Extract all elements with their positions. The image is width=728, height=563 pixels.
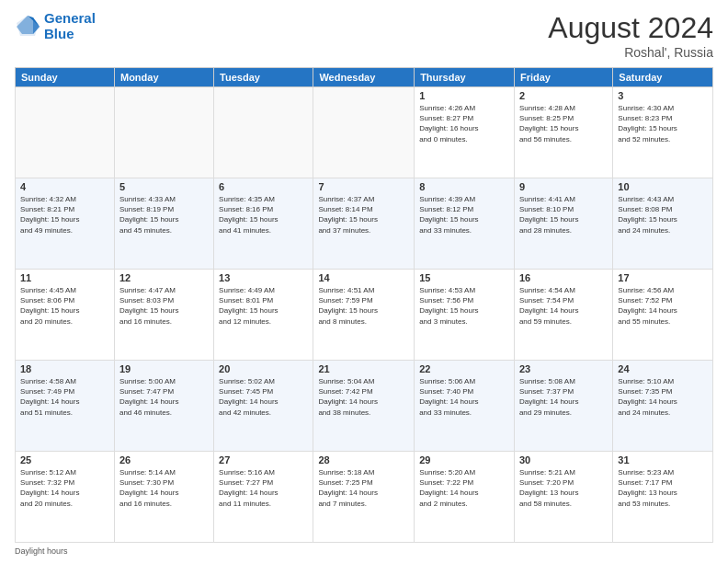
footer-note: Daylight hours (15, 546, 713, 556)
day-number: 10 (618, 181, 708, 192)
weekday-header-thursday: Thursday (415, 68, 515, 87)
day-info: Sunrise: 4:49 AM Sunset: 8:01 PM Dayligh… (219, 285, 308, 327)
calendar-cell: 7Sunrise: 4:37 AM Sunset: 8:14 PM Daylig… (313, 178, 415, 270)
calendar-cell: 6Sunrise: 4:35 AM Sunset: 8:16 PM Daylig… (214, 178, 313, 270)
day-number: 8 (419, 181, 509, 192)
weekday-header-monday: Monday (114, 68, 213, 87)
day-number: 2 (519, 90, 608, 101)
day-number: 7 (318, 181, 409, 192)
day-number: 12 (119, 272, 209, 283)
day-info: Sunrise: 4:47 AM Sunset: 8:03 PM Dayligh… (119, 285, 209, 327)
day-info: Sunrise: 4:39 AM Sunset: 8:12 PM Dayligh… (419, 194, 509, 236)
day-info: Sunrise: 4:37 AM Sunset: 8:14 PM Dayligh… (318, 194, 409, 236)
location-title: Roshal', Russia (548, 45, 713, 60)
day-number: 18 (20, 363, 109, 374)
title-block: August 2024 Roshal', Russia (548, 11, 713, 60)
day-number: 19 (119, 363, 209, 374)
day-number: 28 (318, 454, 409, 465)
calendar-cell (313, 87, 415, 178)
day-number: 14 (318, 272, 409, 283)
day-number: 26 (119, 454, 209, 465)
day-info: Sunrise: 5:04 AM Sunset: 7:42 PM Dayligh… (318, 376, 409, 418)
week-row-4: 18Sunrise: 4:58 AM Sunset: 7:49 PM Dayli… (16, 361, 713, 452)
calendar-cell: 1Sunrise: 4:26 AM Sunset: 8:27 PM Daylig… (415, 87, 515, 178)
day-info: Sunrise: 4:43 AM Sunset: 8:08 PM Dayligh… (618, 194, 708, 236)
day-info: Sunrise: 4:33 AM Sunset: 8:19 PM Dayligh… (119, 194, 209, 236)
day-info: Sunrise: 4:56 AM Sunset: 7:52 PM Dayligh… (618, 285, 708, 327)
weekday-header-friday: Friday (514, 68, 612, 87)
weekday-header-tuesday: Tuesday (214, 68, 313, 87)
week-row-5: 25Sunrise: 5:12 AM Sunset: 7:32 PM Dayli… (16, 452, 713, 543)
month-title: August 2024 (548, 11, 713, 45)
calendar-cell: 16Sunrise: 4:54 AM Sunset: 7:54 PM Dayli… (514, 270, 612, 361)
day-info: Sunrise: 4:45 AM Sunset: 8:06 PM Dayligh… (20, 285, 109, 327)
day-info: Sunrise: 5:00 AM Sunset: 7:47 PM Dayligh… (119, 376, 209, 418)
footer-label: Daylight hours (15, 546, 68, 556)
calendar-cell: 3Sunrise: 4:30 AM Sunset: 8:23 PM Daylig… (613, 87, 713, 178)
calendar-cell: 8Sunrise: 4:39 AM Sunset: 8:12 PM Daylig… (415, 178, 515, 270)
week-row-1: 1Sunrise: 4:26 AM Sunset: 8:27 PM Daylig… (16, 87, 713, 178)
calendar-cell (114, 87, 213, 178)
day-info: Sunrise: 4:35 AM Sunset: 8:16 PM Dayligh… (219, 194, 308, 236)
calendar-cell: 18Sunrise: 4:58 AM Sunset: 7:49 PM Dayli… (16, 361, 115, 452)
week-row-3: 11Sunrise: 4:45 AM Sunset: 8:06 PM Dayli… (16, 270, 713, 361)
weekday-header-row: SundayMondayTuesdayWednesdayThursdayFrid… (16, 68, 713, 87)
calendar-cell: 4Sunrise: 4:32 AM Sunset: 8:21 PM Daylig… (16, 178, 115, 270)
day-info: Sunrise: 5:23 AM Sunset: 7:17 PM Dayligh… (618, 467, 708, 509)
calendar-cell: 29Sunrise: 5:20 AM Sunset: 7:22 PM Dayli… (415, 452, 515, 543)
calendar-cell: 12Sunrise: 4:47 AM Sunset: 8:03 PM Dayli… (114, 270, 213, 361)
day-info: Sunrise: 5:06 AM Sunset: 7:40 PM Dayligh… (419, 376, 509, 418)
day-number: 25 (20, 454, 109, 465)
day-number: 31 (618, 454, 708, 465)
day-number: 3 (618, 90, 708, 101)
day-info: Sunrise: 4:41 AM Sunset: 8:10 PM Dayligh… (519, 194, 608, 236)
day-number: 16 (519, 272, 608, 283)
day-number: 5 (119, 181, 209, 192)
weekday-header-sunday: Sunday (16, 68, 115, 87)
day-number: 17 (618, 272, 708, 283)
day-number: 15 (419, 272, 509, 283)
calendar-cell: 2Sunrise: 4:28 AM Sunset: 8:25 PM Daylig… (514, 87, 612, 178)
calendar-cell: 23Sunrise: 5:08 AM Sunset: 7:37 PM Dayli… (514, 361, 612, 452)
day-info: Sunrise: 4:32 AM Sunset: 8:21 PM Dayligh… (20, 194, 109, 236)
day-number: 23 (519, 363, 608, 374)
calendar-cell: 5Sunrise: 4:33 AM Sunset: 8:19 PM Daylig… (114, 178, 213, 270)
weekday-header-wednesday: Wednesday (313, 68, 415, 87)
week-row-2: 4Sunrise: 4:32 AM Sunset: 8:21 PM Daylig… (16, 178, 713, 270)
calendar-cell: 27Sunrise: 5:16 AM Sunset: 7:27 PM Dayli… (214, 452, 313, 543)
day-info: Sunrise: 4:51 AM Sunset: 7:59 PM Dayligh… (318, 285, 409, 327)
calendar-cell: 13Sunrise: 4:49 AM Sunset: 8:01 PM Dayli… (214, 270, 313, 361)
day-number: 21 (318, 363, 409, 374)
calendar-cell: 26Sunrise: 5:14 AM Sunset: 7:30 PM Dayli… (114, 452, 213, 543)
day-number: 22 (419, 363, 509, 374)
day-info: Sunrise: 5:08 AM Sunset: 7:37 PM Dayligh… (519, 376, 608, 418)
calendar-cell: 14Sunrise: 4:51 AM Sunset: 7:59 PM Dayli… (313, 270, 415, 361)
day-info: Sunrise: 5:12 AM Sunset: 7:32 PM Dayligh… (20, 467, 109, 509)
day-info: Sunrise: 5:16 AM Sunset: 7:27 PM Dayligh… (219, 467, 308, 509)
logo-text: General Blue (44, 11, 96, 41)
day-number: 4 (20, 181, 109, 192)
day-number: 1 (419, 90, 509, 101)
day-info: Sunrise: 5:02 AM Sunset: 7:45 PM Dayligh… (219, 376, 308, 418)
day-number: 11 (20, 272, 109, 283)
calendar-cell: 9Sunrise: 4:41 AM Sunset: 8:10 PM Daylig… (514, 178, 612, 270)
calendar-cell: 21Sunrise: 5:04 AM Sunset: 7:42 PM Dayli… (313, 361, 415, 452)
day-info: Sunrise: 5:21 AM Sunset: 7:20 PM Dayligh… (519, 467, 608, 509)
day-info: Sunrise: 4:54 AM Sunset: 7:54 PM Dayligh… (519, 285, 608, 327)
calendar-cell: 10Sunrise: 4:43 AM Sunset: 8:08 PM Dayli… (613, 178, 713, 270)
calendar-cell: 25Sunrise: 5:12 AM Sunset: 7:32 PM Dayli… (16, 452, 115, 543)
logo-icon (15, 14, 40, 40)
day-number: 20 (219, 363, 308, 374)
day-number: 24 (618, 363, 708, 374)
day-number: 30 (519, 454, 608, 465)
day-info: Sunrise: 5:14 AM Sunset: 7:30 PM Dayligh… (119, 467, 209, 509)
calendar-cell: 30Sunrise: 5:21 AM Sunset: 7:20 PM Dayli… (514, 452, 612, 543)
day-info: Sunrise: 4:26 AM Sunset: 8:27 PM Dayligh… (419, 103, 509, 144)
calendar-cell (214, 87, 313, 178)
logo: General Blue (15, 11, 96, 41)
calendar-cell: 28Sunrise: 5:18 AM Sunset: 7:25 PM Dayli… (313, 452, 415, 543)
day-info: Sunrise: 5:10 AM Sunset: 7:35 PM Dayligh… (618, 376, 708, 418)
day-info: Sunrise: 4:53 AM Sunset: 7:56 PM Dayligh… (419, 285, 509, 327)
day-number: 13 (219, 272, 308, 283)
day-number: 9 (519, 181, 608, 192)
